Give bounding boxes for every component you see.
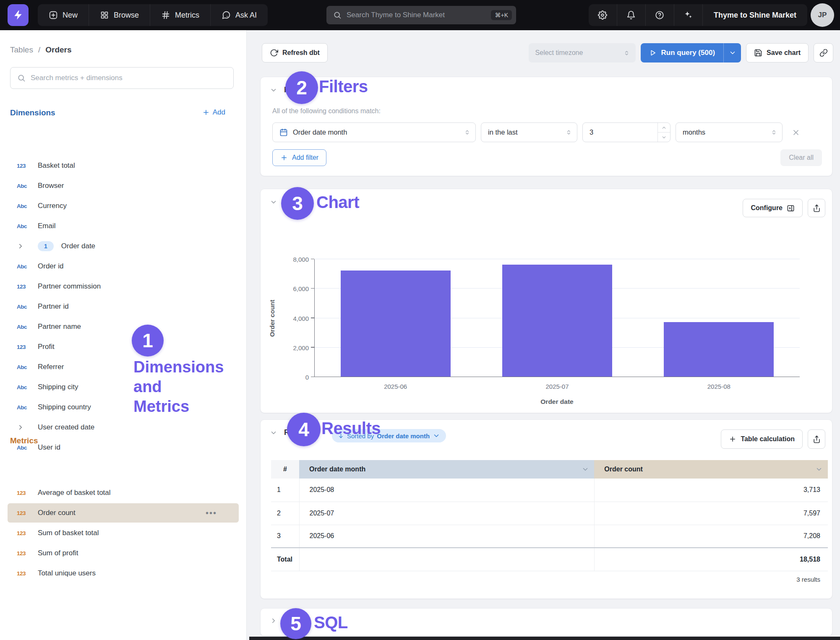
dimension-item-order-date[interactable]: 1Order date	[0, 236, 246, 256]
org-name[interactable]: Thyme to Shine Market	[703, 4, 807, 26]
nav-item-browse[interactable]: Browse	[89, 4, 150, 26]
metric-item-average-of-basket-total[interactable]: 123Average of basket total	[0, 483, 246, 503]
select-caret-icon	[771, 129, 777, 135]
dimension-item-shipping-country[interactable]: AbcShipping country	[0, 397, 246, 417]
dimension-item-email[interactable]: AbcEmail	[0, 216, 246, 236]
run-query-button[interactable]: Run query (500)	[641, 43, 741, 62]
stepper-up-button[interactable]	[658, 123, 670, 133]
dimension-item-referrer[interactable]: AbcReferrer	[0, 357, 246, 377]
string-type-icon: Abc	[17, 304, 30, 310]
string-type-icon: Abc	[17, 324, 30, 330]
filter-field-select[interactable]: Order date month	[272, 122, 476, 142]
column-header-order-date-month[interactable]: Order date month	[299, 460, 594, 479]
cell-order-date-month[interactable]: 2025-07	[299, 502, 594, 525]
column-header-order-count[interactable]: Order count	[594, 460, 828, 479]
fields-search-input[interactable]: Search metrics + dimensions	[10, 67, 234, 89]
breadcrumb-tables[interactable]: Tables	[10, 45, 33, 55]
collapse-results-icon[interactable]	[270, 429, 277, 437]
chevron-down-icon[interactable]	[815, 466, 823, 473]
filter-unit-select[interactable]: months	[676, 122, 783, 142]
sparkles-icon[interactable]	[674, 4, 703, 26]
user-avatar[interactable]: JP	[811, 3, 834, 27]
field-label: Partner name	[38, 323, 81, 331]
metric-item-sum-of-profit[interactable]: 123Sum of profit	[0, 543, 246, 563]
table-calculation-button[interactable]: Table calculation	[721, 429, 803, 449]
cell-order-count[interactable]: 3,713	[594, 479, 828, 502]
metric-item-sum-of-basket-total[interactable]: 123Sum of basket total	[0, 523, 246, 543]
bar-2025-08[interactable]	[664, 322, 774, 377]
hash-icon	[161, 10, 170, 20]
add-filter-button[interactable]: Add filter	[272, 149, 326, 166]
nav-item-ask-ai[interactable]: Ask AI	[211, 4, 268, 26]
timezone-select[interactable]: Select timezone	[529, 43, 636, 62]
filter-operator-select[interactable]: in the last	[481, 122, 577, 142]
dimension-item-user-created-date[interactable]: User created date	[0, 417, 246, 437]
table-row[interactable]: 3 2025-06 7,208	[271, 525, 828, 548]
table-row[interactable]: 2 2025-07 7,597	[271, 502, 828, 525]
filters-panel-title: Filters	[284, 86, 307, 94]
cell-order-count[interactable]: 7,597	[594, 502, 828, 525]
nav-item-new[interactable]: New	[38, 4, 89, 26]
collapse-filters-icon[interactable]	[270, 86, 277, 94]
chart-panel-title: Chart	[284, 198, 304, 206]
chevron-right-icon[interactable]	[17, 242, 30, 250]
dimension-item-profit[interactable]: 123Profit	[0, 337, 246, 357]
field-label: User created date	[38, 423, 94, 432]
copy-link-button[interactable]	[814, 43, 833, 62]
clear-all-filters-button[interactable]: Clear all	[780, 149, 822, 166]
collapse-chart-icon[interactable]	[270, 198, 277, 206]
export-chart-button[interactable]	[808, 199, 825, 217]
metric-item-total-unique-users[interactable]: 123Total unique users	[0, 563, 246, 583]
share-icon	[813, 204, 821, 212]
bar-2025-06[interactable]	[341, 271, 451, 377]
expand-sql-icon[interactable]	[270, 617, 277, 624]
dimension-item-order-id[interactable]: AbcOrder id	[0, 256, 246, 276]
gear-icon[interactable]	[589, 4, 617, 26]
table-row[interactable]: 1 2025-08 3,713	[271, 479, 828, 502]
dimension-item-partner-commission[interactable]: 123Partner commission	[0, 276, 246, 297]
numeric-type-icon: 123	[17, 550, 30, 557]
field-menu-button[interactable]: •••	[206, 508, 217, 518]
bar-2025-07[interactable]	[502, 265, 612, 377]
numeric-type-icon: 123	[17, 510, 30, 516]
dimension-item-partner-id[interactable]: AbcPartner id	[0, 297, 246, 317]
chevron-right-icon[interactable]	[17, 424, 30, 431]
y-axis-label: 4,000	[293, 315, 309, 322]
cell-order-count[interactable]: 7,208	[594, 525, 828, 548]
dimension-item-basket-total[interactable]: 123Basket total	[0, 156, 246, 176]
stepper-down-button[interactable]	[658, 133, 670, 142]
field-label: Currency	[38, 202, 67, 210]
help-icon[interactable]	[646, 4, 674, 26]
app-logo[interactable]	[8, 4, 29, 26]
export-results-button[interactable]	[808, 429, 825, 449]
metric-item-order-count[interactable]: 123Order count•••	[0, 503, 246, 523]
dimension-item-partner-name[interactable]: AbcPartner name	[0, 317, 246, 337]
cell-order-date-month[interactable]: 2025-08	[299, 479, 594, 502]
bar-chart: Order count 02,0004,0006,0008,0002025-06…	[314, 259, 800, 377]
dimension-item-currency[interactable]: AbcCurrency	[0, 196, 246, 216]
bell-icon[interactable]	[617, 4, 646, 26]
run-query-menu-button[interactable]	[723, 43, 741, 62]
dimension-item-shipping-city[interactable]: AbcShipping city	[0, 377, 246, 397]
refresh-dbt-button[interactable]: Refresh dbt	[262, 43, 328, 62]
dimension-item-browser[interactable]: AbcBrowser	[0, 176, 246, 196]
cell-order-date-month[interactable]: 2025-06	[299, 525, 594, 548]
row-number-header: #	[271, 460, 299, 479]
remove-filter-button[interactable]	[788, 122, 804, 142]
x-axis-label: 2025-06	[315, 383, 476, 390]
global-search-input[interactable]: Search Thyme to Shine Market ⌘+K	[326, 6, 516, 24]
chevron-down-icon[interactable]	[582, 466, 589, 473]
filter-value-input[interactable]: 3	[582, 122, 670, 142]
active-fields-badge: 1	[38, 241, 54, 251]
nav-item-metrics[interactable]: Metrics	[150, 4, 211, 26]
save-chart-button[interactable]: Save chart	[746, 43, 809, 62]
top-navbar: NewBrowseMetricsAsk AI Search Thyme to S…	[0, 0, 840, 30]
field-label: Order count	[38, 509, 76, 517]
field-label: Shipping country	[38, 403, 91, 411]
numeric-type-icon: 123	[17, 530, 30, 536]
sorted-by-pill[interactable]: Sorted by Order date month	[332, 429, 446, 442]
configure-chart-button[interactable]: Configure	[743, 199, 803, 217]
add-dimension-button[interactable]: Add	[202, 108, 225, 117]
bottom-drawer-edge	[249, 637, 840, 640]
search-icon	[17, 74, 26, 82]
